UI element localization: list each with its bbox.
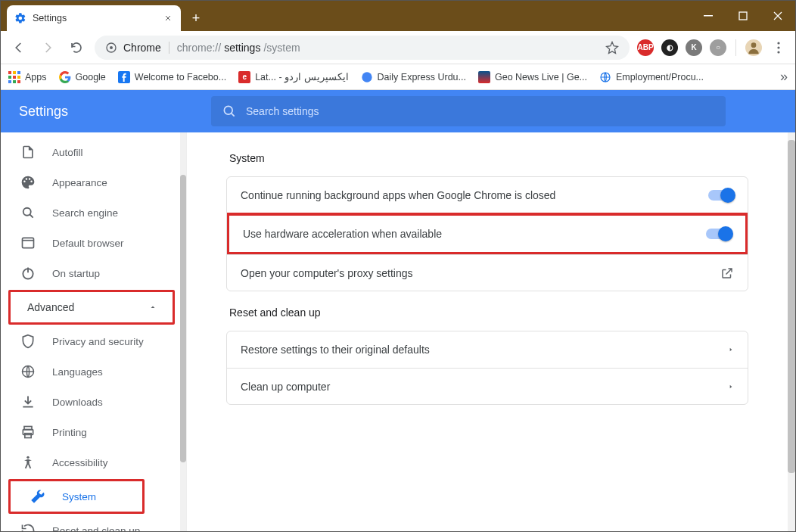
url-suffix: /system [263, 42, 300, 54]
sidebar-item-label: Default browser [52, 238, 124, 249]
forward-button[interactable] [37, 37, 58, 58]
row-hardware-acceleration: Use hardware acceleration when available [229, 216, 745, 252]
geo-icon [478, 71, 490, 83]
google-icon [361, 71, 373, 83]
chevron-up-icon [148, 303, 157, 312]
settings-main: System Continue running background apps … [187, 132, 795, 531]
sidebar-item-autofill[interactable]: Autofill [1, 137, 181, 167]
facebook-icon [118, 71, 130, 83]
row-background-apps: Continue running background apps when Go… [227, 177, 748, 213]
palette-icon [20, 175, 36, 190]
row-label: Continue running background apps when Go… [241, 189, 708, 201]
sidebar-item-accessibility[interactable]: Accessibility [1, 447, 181, 478]
sidebar-item-appearance[interactable]: Appearance [1, 167, 181, 198]
close-window-button[interactable] [760, 1, 795, 31]
reload-button[interactable] [66, 37, 87, 58]
sidebar-item-reset[interactable]: Reset and clean up [1, 515, 181, 531]
sidebar-item-label: On startup [52, 268, 100, 279]
bookmarks-overflow-icon[interactable]: » [780, 69, 788, 85]
extension-icon-3[interactable]: K [686, 39, 702, 56]
main-scrollbar[interactable] [788, 132, 795, 531]
google-icon [59, 71, 71, 83]
tab-title: Settings [33, 13, 67, 23]
sidebar-item-label: Privacy and security [52, 336, 144, 347]
sidebar-item-downloads[interactable]: Downloads [1, 387, 181, 417]
page-title: Settings [19, 104, 193, 120]
bookmark-geo[interactable]: Geo News Live | Ge... [478, 71, 587, 83]
sidebar-item-label: Printing [52, 427, 87, 438]
autofill-icon [20, 145, 36, 160]
profile-avatar[interactable] [745, 39, 762, 56]
search-icon [20, 205, 36, 220]
extension-abp-icon[interactable]: ABP [637, 39, 654, 56]
browser-tab[interactable]: Settings [7, 5, 181, 31]
restore-icon [20, 523, 36, 531]
row-label: Open your computer's proxy settings [241, 267, 720, 279]
bookmark-star-icon[interactable] [605, 41, 619, 54]
extension-icon-4[interactable]: ○ [710, 39, 726, 56]
svg-point-7 [777, 51, 779, 53]
address-bar[interactable]: Chrome chrome://settings/system [95, 36, 630, 60]
advanced-label: Advanced [27, 301, 74, 313]
row-label: Restore settings to their original defau… [241, 344, 728, 356]
bookmark-google[interactable]: Google [59, 71, 106, 83]
power-icon [20, 266, 36, 281]
row-label: Use hardware acceleration when available [243, 228, 706, 240]
svg-rect-1 [739, 12, 747, 20]
sidebar-item-label: Autofill [52, 147, 83, 158]
search-settings[interactable] [211, 96, 726, 126]
sidebar-item-printing[interactable]: Printing [1, 417, 181, 447]
back-button[interactable] [8, 37, 30, 58]
close-tab-icon[interactable] [163, 13, 173, 23]
sidebar-item-languages[interactable]: Languages [1, 356, 181, 387]
sidebar-scrollbar[interactable] [180, 132, 186, 531]
sidebar-item-search-engine[interactable]: Search engine [1, 198, 181, 228]
svg-rect-13 [23, 238, 34, 247]
bookmark-express[interactable]: e Lat... - ایکسپریس اردو [238, 71, 348, 83]
toggle-background-apps[interactable] [708, 190, 734, 201]
url-prefix: chrome:// [177, 42, 221, 54]
url-label: Chrome [123, 42, 161, 54]
new-tab-button[interactable]: + [185, 8, 207, 29]
external-link-icon [720, 266, 734, 280]
toggle-hardware-acceleration[interactable] [706, 229, 732, 239]
browser-icon [20, 235, 36, 250]
apps-button[interactable]: Apps [8, 71, 47, 83]
apps-label: Apps [25, 72, 47, 82]
download-icon [20, 394, 36, 409]
browser-menu-button[interactable] [770, 42, 788, 54]
sidebar-item-label: Accessibility [52, 457, 108, 468]
sidebar-item-label: Downloads [52, 397, 103, 408]
system-card: Continue running background apps when Go… [226, 176, 748, 291]
section-title-system: System [229, 152, 748, 164]
sidebar-item-label: Appearance [52, 177, 107, 188]
settings-sidebar: Autofill Appearance Search engine Defaul… [1, 132, 181, 531]
search-input[interactable] [246, 105, 715, 117]
row-proxy-settings[interactable]: Open your computer's proxy settings [227, 254, 748, 291]
bookmark-employment[interactable]: Employment/Procu... [599, 71, 704, 83]
minimize-button[interactable] [691, 1, 726, 31]
gear-icon [14, 12, 26, 24]
sidebar-item-privacy[interactable]: Privacy and security [1, 326, 181, 356]
chevron-right-icon [728, 382, 734, 391]
maximize-button[interactable] [726, 1, 760, 31]
wrench-icon [30, 489, 45, 504]
sidebar-item-on-startup[interactable]: On startup [1, 258, 181, 288]
accessibility-icon [20, 455, 36, 470]
printer-icon [20, 425, 36, 440]
extension-icon-2[interactable]: ◐ [661, 39, 678, 56]
bookmark-label: Lat... - ایکسپریس اردو [255, 71, 348, 82]
section-title-reset: Reset and clean up [229, 306, 748, 319]
sidebar-item-system[interactable]: System [11, 481, 142, 512]
bookmark-label: Welcome to Facebo... [135, 72, 226, 82]
sidebar-item-label: Search engine [52, 207, 118, 219]
sidebar-item-default-browser[interactable]: Default browser [1, 228, 181, 258]
bookmarks-bar: Apps Google Welcome to Facebo... e Lat..… [1, 64, 795, 90]
svg-point-6 [777, 46, 779, 48]
titlebar: Settings + [1, 1, 795, 31]
bookmark-daily-express[interactable]: Daily Express Urdu... [361, 71, 466, 83]
bookmark-facebook[interactable]: Welcome to Facebo... [118, 71, 226, 83]
row-cleanup-computer[interactable]: Clean up computer [227, 368, 748, 404]
row-restore-defaults[interactable]: Restore settings to their original defau… [227, 331, 748, 368]
sidebar-section-advanced[interactable]: Advanced [11, 292, 173, 322]
